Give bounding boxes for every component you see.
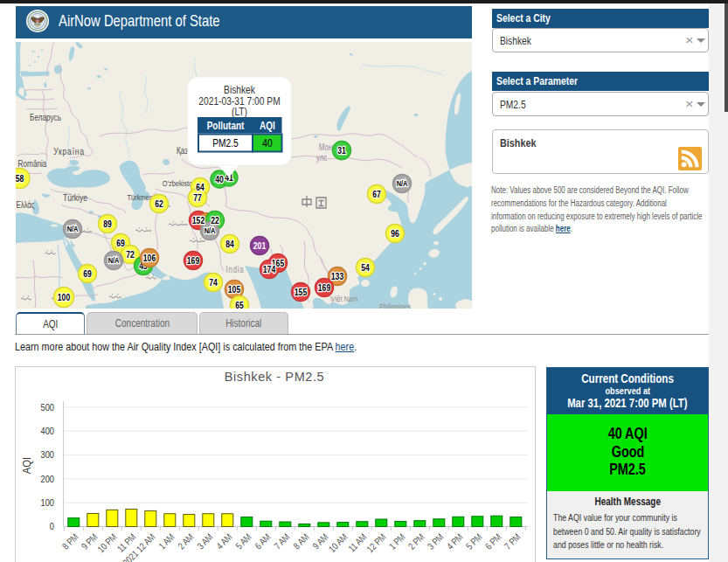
svg-text:улс: улс <box>316 153 328 163</box>
svg-text:India: India <box>226 265 245 274</box>
svg-text:69: 69 <box>83 268 92 279</box>
svg-text:Ελλάς: Ελλάς <box>16 200 35 210</box>
svg-text:Türkiye: Türkiye <box>63 192 88 203</box>
svg-text:169: 169 <box>187 255 200 266</box>
svg-text:N/A: N/A <box>108 255 120 265</box>
svg-text:174: 174 <box>263 264 276 274</box>
svg-text:40: 40 <box>262 137 272 149</box>
svg-text:Philippines: Philippines <box>379 302 411 309</box>
svg-text:65: 65 <box>235 300 244 309</box>
svg-text:Bishkek - PM2.5: Bishkek - PM2.5 <box>225 370 325 384</box>
svg-text:69: 69 <box>116 238 125 248</box>
svg-text:PM2.5: PM2.5 <box>212 137 239 149</box>
svg-text:100: 100 <box>41 497 55 508</box>
svg-text:96: 96 <box>391 228 399 239</box>
svg-text:155: 155 <box>295 287 308 297</box>
svg-text:72: 72 <box>126 249 135 260</box>
svg-text:0: 0 <box>50 522 54 532</box>
svg-text:N/A: N/A <box>397 178 408 188</box>
svg-text:Bishkek: Bishkek <box>224 84 255 95</box>
svg-text:România: România <box>18 158 47 169</box>
svg-text:106: 106 <box>143 253 156 263</box>
svg-text:400: 400 <box>41 426 55 436</box>
svg-text:N/A: N/A <box>67 224 79 233</box>
svg-text:105: 105 <box>228 284 241 295</box>
svg-text:201: 201 <box>253 240 267 251</box>
svg-text:100: 100 <box>58 292 71 302</box>
svg-text:N/A: N/A <box>205 225 216 235</box>
svg-text:58: 58 <box>16 173 24 184</box>
svg-text:77: 77 <box>193 192 202 203</box>
svg-text:22: 22 <box>211 215 219 225</box>
svg-text:(LT): (LT) <box>232 106 247 117</box>
svg-text:74: 74 <box>209 277 218 288</box>
svg-text:40: 40 <box>215 174 224 184</box>
svg-text:84: 84 <box>225 239 234 249</box>
svg-text:64: 64 <box>196 182 205 192</box>
svg-text:500: 500 <box>41 402 55 413</box>
svg-text:67: 67 <box>372 189 381 199</box>
svg-text:133: 133 <box>331 271 344 281</box>
svg-text:Україна: Україна <box>53 146 85 156</box>
svg-text:300: 300 <box>41 449 55 460</box>
svg-text:54: 54 <box>361 262 370 273</box>
svg-text:Беларусь: Беларусь <box>30 112 61 122</box>
svg-text:Việt Nam: Việt Nam <box>331 294 357 303</box>
svg-text:31: 31 <box>337 145 346 156</box>
svg-text:AQI: AQI <box>260 120 275 131</box>
svg-text:200: 200 <box>41 474 55 484</box>
svg-text:Pollutant: Pollutant <box>207 120 245 131</box>
svg-text:169: 169 <box>318 282 331 293</box>
svg-text:AQI: AQI <box>20 457 33 474</box>
svg-text:89: 89 <box>103 219 112 229</box>
svg-text:62: 62 <box>155 198 163 209</box>
svg-text:152: 152 <box>192 215 205 225</box>
